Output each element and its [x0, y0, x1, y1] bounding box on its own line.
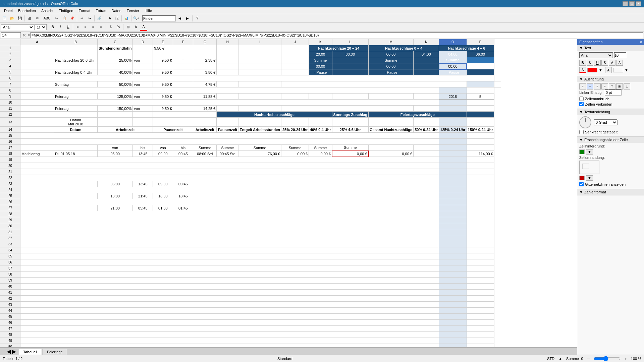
cell-O5[interactable]: - Pause — [439, 69, 467, 75]
cell-N18[interactable] — [414, 151, 439, 157]
col-header-K[interactable]: K — [309, 39, 332, 45]
cell-F9[interactable]: = — [173, 94, 193, 100]
cell-P10[interactable] — [467, 100, 494, 106]
cell-A6[interactable] — [20, 75, 494, 81]
properties-close-icon[interactable]: × — [640, 40, 642, 44]
sort-asc-button[interactable]: ↑A — [105, 15, 113, 22]
cell-E18[interactable]: 09:00 — [153, 151, 173, 157]
cell-N11[interactable] — [414, 106, 439, 112]
row-header-19[interactable]: 19 — [0, 157, 20, 163]
cell-I2[interactable] — [238, 51, 281, 57]
cell-M1[interactable]: Nachtzuschläge 0 – 4 — [369, 45, 439, 51]
cell-D4[interactable] — [133, 63, 153, 69]
row-header-10[interactable]: 10 — [0, 100, 20, 106]
row-header-23[interactable]: 23 — [0, 181, 20, 187]
cell-L18[interactable]: 0,00 € — [332, 151, 368, 157]
menu-bearbeiten[interactable]: Bearbeiten — [15, 8, 39, 13]
row-header-27[interactable]: 27 — [0, 205, 20, 211]
col-header-I[interactable]: I — [238, 39, 281, 45]
cell-F11[interactable]: = — [173, 106, 193, 112]
cell-I9[interactable] — [238, 94, 281, 100]
cell-L17[interactable]: Summe — [332, 145, 368, 151]
cell-H11[interactable] — [217, 106, 238, 112]
menu-datei[interactable]: Datei — [1, 8, 15, 13]
cell-J11[interactable] — [281, 106, 413, 112]
cell-K9[interactable] — [309, 94, 332, 100]
align-justify-prop-btn[interactable]: ≡ — [601, 83, 608, 89]
cell-I17[interactable]: Summe — [238, 145, 281, 151]
cell-H17[interactable]: Summe — [217, 145, 238, 151]
spellcheck-button[interactable]: ABC — [43, 15, 51, 22]
cell-B12[interactable] — [54, 112, 98, 118]
cell-H4[interactable] — [217, 63, 238, 69]
find-prev-button[interactable]: ◀ — [176, 15, 183, 22]
rotation-degree-select[interactable]: 0 Grad — [594, 119, 618, 125]
cell-L4[interactable] — [332, 63, 368, 69]
cell-D5[interactable]: von — [133, 69, 153, 75]
align-center-prop-btn[interactable]: ≡ — [587, 83, 593, 89]
cell-I7[interactable] — [238, 81, 281, 87]
cell-I3[interactable] — [238, 57, 281, 63]
cell-H9[interactable] — [217, 94, 238, 100]
font-size-select[interactable]: 10 — [35, 24, 47, 30]
col-header-H[interactable]: H — [217, 39, 238, 45]
cell-O17[interactable] — [439, 145, 467, 151]
cell-K1[interactable]: Nachtzuschläge 20 – 24 — [309, 45, 369, 51]
save-button[interactable]: 💾 — [16, 15, 23, 22]
row-header-7[interactable]: 7 — [0, 81, 20, 87]
cell-F1[interactable] — [173, 45, 193, 51]
cell-O2[interactable]: 04:00 — [439, 51, 467, 57]
indent-input[interactable] — [605, 89, 622, 96]
cell-C12[interactable] — [98, 112, 133, 118]
border-btn[interactable]: ⊞ — [124, 23, 132, 31]
cell-D7[interactable]: von — [133, 81, 153, 87]
cell-M9[interactable] — [369, 94, 414, 100]
cell-F3[interactable]: = — [173, 57, 193, 63]
cell-E7[interactable]: 9,50 € — [153, 81, 173, 87]
cell-O10[interactable] — [439, 100, 467, 106]
cell-K13[interactable] — [309, 118, 332, 127]
cell-N5[interactable] — [414, 69, 439, 75]
col-header-N[interactable]: N — [414, 39, 439, 45]
cell-B9[interactable]: Feiertag — [54, 94, 98, 100]
cell-E3[interactable]: 9,50 € — [153, 57, 173, 63]
cell-H1[interactable] — [217, 45, 238, 51]
cell-P15[interactable] — [467, 133, 494, 139]
cell-G14[interactable]: Arbeitszeit — [193, 127, 217, 133]
cell-D12[interactable] — [133, 112, 153, 118]
cell-F12[interactable] — [173, 112, 193, 118]
align-left-btn[interactable]: ≡ — [74, 23, 82, 31]
cell-L9[interactable] — [332, 94, 368, 100]
cell-J5[interactable] — [281, 69, 309, 75]
cell-D9[interactable]: von — [133, 94, 153, 100]
cell-E12[interactable] — [153, 112, 173, 118]
preview-button[interactable]: 👁 — [34, 15, 41, 22]
font-color-prop-btn[interactable]: A — [579, 67, 586, 73]
row-header-2[interactable]: 2 — [0, 51, 20, 57]
cell-P7[interactable] — [494, 81, 501, 87]
cell-P11[interactable] — [467, 106, 494, 112]
cell-F7[interactable]: = — [173, 81, 193, 87]
cell-O1[interactable]: Nachtzuschläge 4 – 6 — [439, 45, 494, 51]
shadow-prop-btn[interactable]: A — [609, 60, 615, 66]
cell-P16[interactable] — [467, 139, 494, 145]
row-header-1[interactable]: 1 — [0, 45, 20, 51]
cell-G13[interactable] — [193, 118, 217, 127]
cell-J18[interactable]: 0,00 € — [281, 151, 309, 157]
font-size-prop-input[interactable] — [614, 52, 626, 58]
italic-prop-btn[interactable]: K — [587, 60, 593, 66]
cell-J17[interactable]: Summe — [281, 145, 309, 151]
cell-B11[interactable]: Feiertag — [54, 106, 98, 112]
cell-M17[interactable] — [369, 145, 414, 151]
cell-M3[interactable]: Summe — [369, 57, 414, 63]
cell-K17[interactable]: Summe — [309, 145, 332, 151]
cell-D3[interactable]: von — [133, 57, 153, 63]
row-header-21[interactable]: 21 — [0, 169, 20, 175]
cell-K3[interactable]: Summe — [309, 57, 332, 63]
cell-I13[interactable] — [238, 118, 281, 127]
bold-prop-btn[interactable]: B — [579, 60, 586, 66]
minimize-button[interactable]: ─ — [623, 1, 628, 6]
cell-B3[interactable]: Nachtzuschlag 20-6 Uhr — [54, 57, 98, 63]
cell-B7[interactable]: Sonntag — [54, 81, 98, 87]
cell-L13[interactable] — [332, 118, 368, 127]
